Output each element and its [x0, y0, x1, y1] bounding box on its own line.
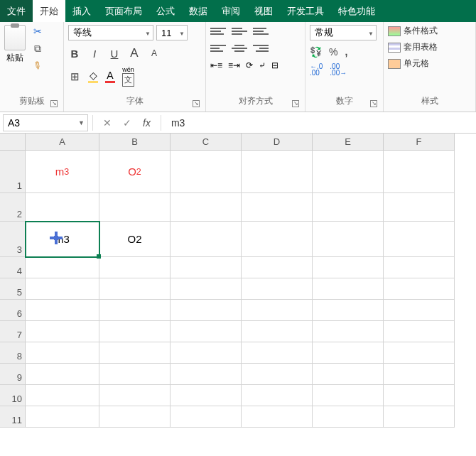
cell-B1[interactable]: O2: [99, 151, 171, 193]
row-header-1[interactable]: 1: [0, 151, 26, 193]
dialog-launcher-icon[interactable]: ↘: [193, 100, 200, 107]
cell-A2[interactable]: [26, 193, 99, 222]
font-color-button[interactable]: A: [105, 70, 115, 83]
fill-color-button[interactable]: ◇: [88, 70, 98, 83]
menu-tab-view[interactable]: 视图: [247, 0, 280, 22]
cell-F7[interactable]: [384, 321, 455, 342]
cell-B11[interactable]: [99, 406, 171, 428]
wrap-text-button[interactable]: ⤶: [259, 60, 266, 70]
cell-E2[interactable]: [313, 193, 384, 222]
number-format-combo[interactable]: 常规▼: [310, 25, 377, 40]
row-header-3[interactable]: 3: [0, 222, 26, 257]
table-format-button[interactable]: 套用表格: [388, 41, 471, 53]
menu-tab-review[interactable]: 审阅: [215, 0, 247, 22]
menu-tab-special[interactable]: 特色功能: [331, 0, 382, 22]
cell-B3[interactable]: O2: [99, 222, 171, 257]
decrease-indent-button[interactable]: ⇤≡: [210, 60, 222, 70]
italic-button[interactable]: I: [88, 48, 101, 60]
cell-D5[interactable]: [242, 278, 313, 300]
cell-D7[interactable]: [242, 321, 313, 342]
cell-A4[interactable]: [26, 257, 99, 278]
shrink-font-button[interactable]: A: [148, 48, 161, 58]
row-header-10[interactable]: 10: [0, 385, 26, 406]
cell-C1[interactable]: [171, 151, 242, 193]
cell-E7[interactable]: [313, 321, 384, 342]
cut-icon[interactable]: ✂: [31, 25, 44, 38]
cell-C4[interactable]: [171, 257, 242, 278]
menu-tab-formula[interactable]: 公式: [149, 0, 182, 22]
cell-A7[interactable]: [26, 321, 99, 342]
cell-F3[interactable]: [384, 222, 455, 257]
cell-B7[interactable]: [99, 321, 171, 342]
sheet-grid[interactable]: 1m3O223m3O24567891011: [0, 151, 476, 428]
cell-C6[interactable]: [171, 300, 242, 321]
decrease-decimal-button[interactable]: .00.00→: [330, 63, 347, 76]
comma-button[interactable]: ,: [345, 46, 347, 58]
cell-E6[interactable]: [313, 300, 384, 321]
copy-icon[interactable]: ⧉: [31, 42, 44, 55]
cell-A6[interactable]: [26, 300, 99, 321]
row-header-5[interactable]: 5: [0, 278, 26, 300]
cell-E8[interactable]: [313, 342, 384, 364]
cell-D9[interactable]: [242, 364, 313, 385]
merge-button[interactable]: ⊟: [271, 60, 278, 70]
dialog-launcher-icon[interactable]: ↘: [292, 100, 299, 107]
orientation-button[interactable]: ⟳: [246, 60, 253, 70]
align-middle-button[interactable]: [232, 25, 247, 38]
col-header-A[interactable]: A: [26, 134, 99, 151]
row-header-2[interactable]: 2: [0, 193, 26, 222]
underline-button[interactable]: U: [108, 48, 121, 60]
menu-tab-layout[interactable]: 页面布局: [98, 0, 149, 22]
col-header-E[interactable]: E: [313, 134, 384, 151]
cell-C11[interactable]: [171, 406, 242, 428]
cell-D3[interactable]: [242, 222, 313, 257]
cell-C8[interactable]: [171, 342, 242, 364]
row-header-6[interactable]: 6: [0, 300, 26, 321]
cell-E4[interactable]: [313, 257, 384, 278]
align-top-button[interactable]: [210, 25, 226, 38]
increase-indent-button[interactable]: ≡⇥: [228, 60, 240, 70]
cancel-button[interactable]: ✕: [103, 117, 112, 129]
dialog-launcher-icon[interactable]: ↘: [370, 100, 377, 107]
row-header-8[interactable]: 8: [0, 342, 26, 364]
cell-B10[interactable]: [99, 385, 171, 406]
cell-D2[interactable]: [242, 193, 313, 222]
cell-B5[interactable]: [99, 278, 171, 300]
cell-D8[interactable]: [242, 342, 313, 364]
cell-E3[interactable]: [313, 222, 384, 257]
cell-A1[interactable]: m3: [26, 151, 99, 193]
enter-button[interactable]: ✓: [123, 117, 131, 129]
cell-D1[interactable]: [242, 151, 313, 193]
cell-D6[interactable]: [242, 300, 313, 321]
conditional-format-button[interactable]: 条件格式: [388, 25, 471, 37]
menu-tab-dev[interactable]: 开发工具: [280, 0, 331, 22]
cell-C9[interactable]: [171, 364, 242, 385]
cell-F10[interactable]: [384, 385, 455, 406]
align-center-button[interactable]: [232, 42, 247, 55]
row-header-7[interactable]: 7: [0, 321, 26, 342]
cell-C3[interactable]: [171, 222, 242, 257]
cell-B8[interactable]: [99, 342, 171, 364]
col-header-C[interactable]: C: [171, 134, 242, 151]
font-name-combo[interactable]: 等线▼: [68, 25, 153, 40]
cell-A8[interactable]: [26, 342, 99, 364]
cell-B6[interactable]: [99, 300, 171, 321]
cell-E5[interactable]: [313, 278, 384, 300]
dialog-launcher-icon[interactable]: ↘: [50, 100, 58, 107]
menu-tab-home[interactable]: 开始: [33, 0, 65, 22]
formula-input[interactable]: m3: [166, 117, 476, 129]
select-all-corner[interactable]: [0, 134, 26, 151]
cell-E1[interactable]: [313, 151, 384, 193]
name-box[interactable]: A3▼: [3, 114, 88, 131]
bold-button[interactable]: B: [68, 48, 81, 60]
cell-D11[interactable]: [242, 406, 313, 428]
cell-A5[interactable]: [26, 278, 99, 300]
cell-F6[interactable]: [384, 300, 455, 321]
row-header-11[interactable]: 11: [0, 406, 26, 428]
cell-A3[interactable]: m3: [26, 222, 99, 257]
cell-C10[interactable]: [171, 385, 242, 406]
cell-B4[interactable]: [99, 257, 171, 278]
currency-button[interactable]: 💱: [310, 46, 322, 58]
cell-E9[interactable]: [313, 364, 384, 385]
align-right-button[interactable]: [253, 42, 269, 55]
